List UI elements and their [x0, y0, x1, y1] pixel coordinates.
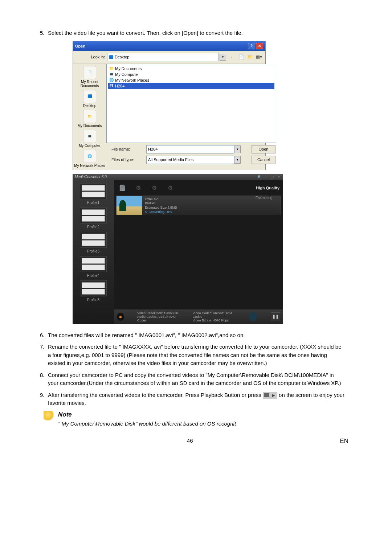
- conversion-item[interactable]: H264.AVI Profile1 Estimated Size 5.5MB ↻…: [116, 196, 281, 215]
- audio-codec: Audio Codec: ArcSoft AAC Codec: [137, 315, 182, 322]
- video-resolution: Video Resolution: 1280x720: [137, 311, 182, 315]
- list-item[interactable]: 📁My Documents: [108, 66, 274, 71]
- filetype-combo[interactable]: All Supported Media Files: [146, 156, 234, 164]
- network-icon: 🌐: [109, 78, 114, 83]
- add-file-icon[interactable]: 📄: [118, 183, 127, 193]
- language-label: EN: [340, 438, 352, 445]
- profile-1[interactable]: Profile1: [80, 183, 107, 205]
- dialog-title: Open: [75, 44, 85, 48]
- step-7: Rename the converted file to " IMAGXXXX.…: [48, 343, 346, 368]
- filetype-drop[interactable]: ▼: [234, 156, 241, 164]
- step-num: 7.: [40, 343, 48, 351]
- settings-icon[interactable]: ⚙: [166, 183, 175, 193]
- list-item[interactable]: 💻My Computer: [108, 71, 274, 77]
- video-bitrate: Video Bitrate: 4096 Kbps: [193, 319, 238, 322]
- list-item-selected[interactable]: 🎞H264: [108, 83, 274, 89]
- computer-icon: 💻: [109, 72, 114, 77]
- close-button[interactable]: ✕: [276, 175, 281, 179]
- sidebar-desktop[interactable]: 🟦Desktop: [74, 90, 106, 108]
- filename-label: File name:: [109, 147, 146, 151]
- tool-icon[interactable]: ⚙: [134, 183, 143, 193]
- step-9: After transferring the converted videos …: [48, 391, 346, 407]
- views-icon[interactable]: ▦▾: [255, 53, 262, 61]
- lookin-label: Look in:: [76, 55, 107, 59]
- page-number: 46: [40, 438, 340, 445]
- pause-button[interactable]: ❚❚: [271, 312, 280, 321]
- folder-icon: 📁: [109, 66, 114, 71]
- mycomp-icon: 💻: [83, 130, 96, 143]
- note-text: " My Computer\Removable Disk" would be d…: [58, 420, 352, 427]
- list-item[interactable]: 🌐My Network Places: [108, 77, 274, 83]
- sidebar-mycomp[interactable]: 💻My Computer: [74, 130, 106, 148]
- stop-icon[interactable]: ◉: [117, 313, 124, 321]
- step-5: Select the video file you want to conver…: [48, 29, 346, 37]
- lightbulb-icon: [44, 411, 54, 420]
- minimize-button[interactable]: –: [263, 175, 268, 179]
- step-num: 8.: [40, 371, 48, 379]
- sidebar-recent[interactable]: 📄My Recent Documents: [74, 66, 106, 88]
- quality-label: High Quality: [256, 186, 279, 190]
- item-filename: H264.AVI: [145, 197, 177, 202]
- open-button[interactable]: Open: [252, 145, 275, 153]
- close-button[interactable]: ✕: [256, 43, 263, 49]
- video-codec: Video Codec: ArcSoft H264 Codec: [193, 311, 238, 319]
- open-dialog: Open?✕ Look in: 🟦 Desktop ▼ ← 📄 📁 ▦▾ 📄My…: [73, 41, 266, 170]
- item-progress: Converting...0%: [149, 210, 172, 214]
- help-button[interactable]: ?: [248, 43, 255, 49]
- step-8: Connect your camcorder to PC and copy th…: [48, 371, 346, 387]
- filename-input[interactable]: H264: [146, 145, 234, 153]
- step-num: 6.: [40, 331, 48, 340]
- newfolder-icon[interactable]: 📁: [246, 53, 254, 61]
- mediaconverter-window: MediaConverter 3.0🔍–▢✕ Profile1 Profile2…: [73, 174, 283, 324]
- step-num: 5.: [40, 29, 48, 37]
- item-profile: Profile1: [145, 201, 177, 206]
- lookin-combo[interactable]: 🟦 Desktop: [107, 53, 219, 61]
- refresh-icon: ↻: [145, 210, 148, 214]
- mydocs-icon: 📁: [83, 110, 96, 123]
- search-icon[interactable]: 🔍: [256, 175, 261, 179]
- desktop-icon: 🟦: [83, 90, 96, 103]
- filetype-label: Files of type:: [109, 157, 146, 162]
- play-button-icon: [263, 392, 277, 399]
- maximize-button[interactable]: ▢: [269, 175, 274, 179]
- tool-icon[interactable]: ⚙: [150, 183, 159, 193]
- profile-4[interactable]: Profile4: [80, 256, 107, 278]
- cancel-button[interactable]: Cancel: [252, 156, 275, 164]
- lookin-drop[interactable]: ▼: [220, 54, 226, 61]
- step-6: The converted files will be renamed " IM…: [48, 331, 346, 340]
- video-icon: 🎞: [109, 83, 114, 89]
- step-num: 9.: [40, 391, 48, 399]
- profile-3[interactable]: Profile3: [80, 232, 107, 253]
- filename-drop[interactable]: ▼: [234, 145, 241, 153]
- video-thumbnail: [117, 196, 142, 215]
- profile-5[interactable]: Profile5: [80, 280, 107, 302]
- desktop-icon: 🟦: [109, 54, 114, 59]
- item-eta: Estimating...: [256, 196, 275, 200]
- profile-2[interactable]: Profile2: [80, 208, 107, 229]
- note-heading: Note: [58, 411, 72, 418]
- sidebar-mydocs[interactable]: 📁My Documents: [74, 110, 106, 128]
- file-list[interactable]: 📁My Documents 💻My Computer 🌐My Network P…: [106, 64, 276, 143]
- recent-icon: 📄: [83, 66, 96, 79]
- item-size: Estimated Size 5.5MB: [145, 206, 177, 210]
- profile-sidebar: Profile1 Profile2 Profile3 Profile4 Prof…: [73, 180, 114, 324]
- up-icon[interactable]: 📄: [238, 53, 245, 61]
- mynet-icon: 🌐: [83, 150, 96, 163]
- sidebar-mynet[interactable]: 🌐My Network Places: [74, 150, 106, 168]
- back-icon[interactable]: ←: [229, 53, 236, 61]
- globe-icon[interactable]: [249, 312, 257, 321]
- mc-title: MediaConverter 3.0: [75, 175, 107, 179]
